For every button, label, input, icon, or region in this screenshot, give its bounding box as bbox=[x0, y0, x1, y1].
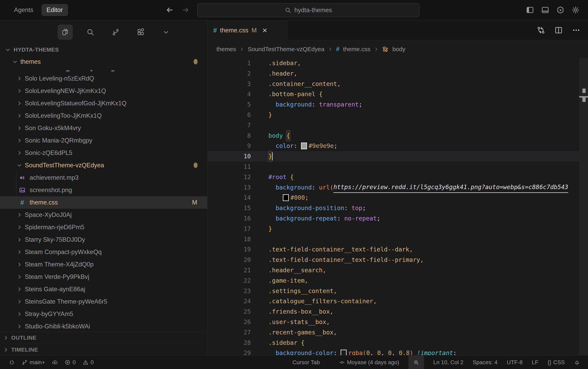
code-line-2[interactable]: 2.header, bbox=[208, 68, 579, 79]
bell-icon bbox=[574, 359, 580, 365]
tree-item-stray-bygyyam5[interactable]: Stray-byGYYAm5 bbox=[0, 308, 207, 320]
modified-dot-badge bbox=[194, 59, 198, 64]
status-remote[interactable] bbox=[9, 356, 15, 369]
section-outline[interactable]: OUTLINE bbox=[0, 332, 207, 344]
code-area[interactable]: 1.sidebar,2.header,3.container__content,… bbox=[208, 58, 579, 356]
code-line-19[interactable]: 19.text-field-container__text-field--dar… bbox=[208, 244, 579, 255]
status-main[interactable]: main+ bbox=[21, 356, 45, 369]
explorer-files-icon[interactable] bbox=[58, 25, 73, 40]
breadcrumb-item-themes[interactable]: themes bbox=[216, 46, 236, 52]
code-line-1[interactable]: 1.sidebar, bbox=[208, 58, 579, 68]
status-spaces-4[interactable]: Spaces: 4 bbox=[472, 356, 498, 369]
breadcrumb-item-theme-css[interactable]: theme.css bbox=[343, 46, 370, 52]
breadcrumb-item-soundtesttheme-vzqedyea[interactable]: SoundTestTheme-vzQEdyea bbox=[248, 46, 324, 52]
cube-icon[interactable] bbox=[556, 6, 564, 14]
tree-item-steam-verde-py9pkbvj[interactable]: Steam Verde-Py9PkBvj bbox=[0, 271, 207, 283]
status-zoom-in[interactable] bbox=[408, 356, 424, 369]
toggle-sidebar-icon[interactable] bbox=[526, 6, 534, 14]
extensions-icon[interactable] bbox=[133, 25, 148, 40]
more-actions-icon[interactable] bbox=[572, 26, 580, 34]
code-line-6[interactable]: 6} bbox=[208, 110, 579, 120]
tree-item-studio-ghibli-k5bkowai[interactable]: Studio-Ghibli-k5bkoWAi bbox=[0, 320, 207, 332]
tree-item-soundtesttheme-vzqedyea[interactable]: SoundTestTheme-vzQEdyea bbox=[0, 159, 207, 172]
code-line-18[interactable]: 18 bbox=[208, 234, 579, 245]
editor-scrollbar[interactable] bbox=[579, 58, 588, 356]
sidebar-toolbar bbox=[0, 20, 207, 44]
tree-item-sololevelingstatueofgod-jjkmkx1q[interactable]: SoloLevelingStatueofGod-JjKmKx1Q bbox=[0, 97, 207, 110]
project-header[interactable]: HYDTA-THEMES bbox=[0, 44, 207, 56]
status-cursor-tab[interactable]: Cursor Tab bbox=[292, 356, 320, 369]
code-line-16[interactable]: 16 background-repeat: no-repeat; bbox=[208, 213, 579, 224]
status-cloud-upload[interactable] bbox=[52, 356, 58, 369]
settings-gear-icon[interactable] bbox=[572, 6, 580, 14]
tree-item-sololevelingtoo-jjkmkx1q[interactable]: SoloLevelingToo-JjKmKx1Q bbox=[0, 110, 207, 122]
tab-agents[interactable]: Agents bbox=[9, 4, 39, 16]
code-line-9[interactable]: 9 color: #9e9e9e; bbox=[208, 141, 579, 151]
code-line-8[interactable]: 8body { bbox=[208, 131, 579, 141]
search-sidebar-icon[interactable] bbox=[83, 25, 98, 40]
code-line-20[interactable]: 20.text-field-container__text-field--pri… bbox=[208, 255, 579, 265]
project-search-bar[interactable]: hydta-themes bbox=[197, 3, 420, 17]
tree-item-achievement-mp3[interactable]: achievement.mp3 bbox=[0, 172, 207, 184]
code-line-12[interactable]: 12#root { bbox=[208, 172, 579, 182]
status-bell[interactable] bbox=[574, 356, 580, 369]
tree-item-screenshot-png[interactable]: screenshot.png bbox=[0, 184, 207, 196]
code-line-23[interactable]: 23.settings__content, bbox=[208, 286, 579, 296]
status-lf[interactable]: LF bbox=[532, 356, 538, 369]
code-line-26[interactable]: 26.user-stats__box, bbox=[208, 317, 579, 327]
tree-item-spiderman-rjed6pm5[interactable]: Spiderman-rjeD6Pm5 bbox=[0, 221, 207, 234]
code-line-7[interactable]: 7 bbox=[208, 120, 579, 131]
code-line-22[interactable]: 22.game-item, bbox=[208, 276, 579, 286]
code-line-13[interactable]: 13 background: url(https://preview.redd.… bbox=[208, 182, 579, 193]
code-line-5[interactable]: 5 background: transparent; bbox=[208, 99, 579, 110]
breadcrumb-item-body[interactable]: body bbox=[392, 46, 405, 52]
status-utf-8[interactable]: UTF-8 bbox=[507, 356, 523, 369]
status-moyase-4-days-ago[interactable]: Moyase (4 days ago) bbox=[339, 356, 399, 369]
status-0[interactable]: 0 bbox=[65, 356, 76, 369]
tree-item-steinsgate-theme-pywea6r5[interactable]: SteinsGate Theme-pyWeA6r5 bbox=[0, 296, 207, 308]
code-line-14[interactable]: 14 #000; bbox=[208, 193, 579, 203]
code-line-17[interactable]: 17} bbox=[208, 224, 579, 234]
section-timeline[interactable]: TIMELINE bbox=[0, 344, 207, 356]
tree-item-steins-gate-ayne86aj[interactable]: Steins Gate-aynE86aj bbox=[0, 283, 207, 296]
tree-item-space-xydoj0aj[interactable]: Space-XyDoJ0Aj bbox=[0, 209, 207, 221]
toggle-panel-icon[interactable] bbox=[541, 6, 549, 14]
tree-item-starry-sky-75bdj0dy[interactable]: Starry Sky-75BDJ0Dy bbox=[0, 234, 207, 246]
tree-item-sonic-mania-2qrmbgpy[interactable]: Sonic Mania-2QRmbgpy bbox=[0, 134, 207, 147]
forward-arrow-icon[interactable] bbox=[182, 6, 189, 14]
code-line-4[interactable]: 4.bottom-panel { bbox=[208, 89, 579, 99]
color-swatch[interactable] bbox=[341, 350, 346, 356]
tree-item-theme-css[interactable]: #theme.cssM bbox=[0, 196, 207, 209]
code-line-10[interactable]: 10} bbox=[208, 151, 579, 162]
code-line-21[interactable]: 21.header__search, bbox=[208, 265, 579, 276]
code-line-24[interactable]: 24.catalogue__filters-container, bbox=[208, 296, 579, 307]
code-line-28[interactable]: 28.sidebar { bbox=[208, 338, 579, 348]
tree-item-themes[interactable]: themes bbox=[0, 56, 207, 68]
back-arrow-icon[interactable] bbox=[166, 6, 174, 14]
code-line-11[interactable]: 11 bbox=[208, 162, 579, 172]
chevron-down-icon[interactable] bbox=[158, 25, 174, 40]
split-editor-icon[interactable] bbox=[554, 26, 563, 34]
status-ln-10-col-2[interactable]: Ln 10, Col 2 bbox=[433, 356, 463, 369]
code-line-29[interactable]: 29 background-color: rgba(0, 0, 0, 0.8) … bbox=[208, 348, 579, 356]
tree-item-steam-theme-x4jzdq0p[interactable]: Steam Theme-X4jZdQ0p bbox=[0, 258, 207, 271]
code-line-15[interactable]: 15 background-position: top; bbox=[208, 203, 579, 213]
source-control-icon[interactable] bbox=[108, 25, 123, 40]
code-line-3[interactable]: 3.container__content, bbox=[208, 79, 579, 89]
close-icon[interactable] bbox=[262, 27, 268, 33]
code-line-27[interactable]: 27.recent-games__box, bbox=[208, 327, 579, 338]
color-swatch[interactable] bbox=[283, 194, 289, 201]
color-swatch[interactable] bbox=[301, 143, 307, 149]
tree-item-sonic-zqe6dpl5[interactable]: Sonic-zQE6dPL5 bbox=[0, 147, 207, 159]
code-line-25[interactable]: 25.friends-box__box, bbox=[208, 307, 579, 317]
tree-item-sololevelingnew-jjkmkx1q[interactable]: SoloLevelingNEW-JjKmKx1Q bbox=[0, 85, 207, 97]
tab-editor[interactable]: Editor bbox=[42, 4, 68, 16]
code-line-content: background-position: top; bbox=[268, 203, 366, 213]
tree-item-son-goku-x5km4vry[interactable]: Son Goku-x5kM4vry bbox=[0, 122, 207, 134]
open-changes-icon[interactable] bbox=[537, 26, 545, 34]
status-0[interactable]: 0 bbox=[83, 356, 94, 369]
tree-item-solo-leveling-n5zexrdq[interactable]: Solo Leveling-n5zExRdQ bbox=[0, 72, 207, 85]
tab-theme-css[interactable]: # theme.css M bbox=[208, 20, 288, 40]
tree-item-steam-compact-pywxkeqq[interactable]: Steam Compact-pyWxkeQq bbox=[0, 246, 207, 258]
status-css[interactable]: {}CSS bbox=[548, 356, 565, 369]
